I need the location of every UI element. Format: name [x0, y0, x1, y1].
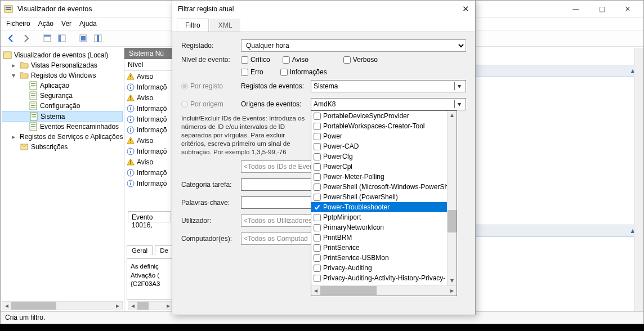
menu-acao[interactable]: Ação [38, 20, 53, 28]
event-row[interactable]: Informaçõ [124, 124, 175, 135]
tab-filtro[interactable]: Filtro [177, 19, 209, 32]
svg-rect-58 [130, 171, 131, 172]
actions-vertical-scrollbar[interactable] [634, 48, 643, 311]
dropdown-option[interactable]: PowerShell (PowerShell) [311, 192, 457, 202]
dropdown-option[interactable]: Privacy-Auditing-Activity-History-Privac… [311, 273, 457, 283]
event-row[interactable]: Informaçõ [124, 167, 175, 178]
svg-rect-17 [31, 93, 35, 94]
mid-horizontal-scrollbar[interactable]: ◂▸ [128, 301, 173, 310]
option-checkbox[interactable] [314, 173, 321, 181]
tree-item[interactable]: Eventos Reencaminhados [2, 122, 123, 132]
minimize-button[interactable]: — [564, 1, 588, 17]
tree-item[interactable]: ▸Registos de Serviços e Aplicações [2, 132, 123, 142]
toolbar-icon-3[interactable] [77, 32, 90, 44]
option-checkbox[interactable] [314, 184, 321, 191]
dialog-close-button[interactable]: ✕ [447, 4, 469, 14]
tree-item[interactable]: Sistema [2, 111, 123, 122]
event-sources-combo[interactable]: AmdK8▾ [311, 98, 466, 110]
task-category-combo[interactable] [241, 178, 314, 191]
menu-ajuda[interactable]: Ajuda [79, 20, 97, 28]
close-button[interactable]: ✕ [615, 1, 640, 17]
dropdown-option[interactable]: PrimaryNetworkIcon [311, 222, 457, 232]
option-checkbox[interactable] [314, 194, 321, 201]
event-row[interactable]: Aviso [124, 135, 175, 146]
event-logs-combo[interactable]: Sistema▾ [311, 80, 466, 92]
dropdown-option[interactable]: Privacy-Auditing [311, 263, 457, 273]
forward-button[interactable] [20, 32, 32, 44]
option-checkbox[interactable] [314, 214, 321, 221]
check-erro[interactable]: Erro [241, 68, 263, 76]
option-checkbox[interactable] [314, 163, 321, 171]
toolbar-icon-4[interactable] [92, 32, 104, 44]
menu-ver[interactable]: Ver [61, 20, 71, 28]
check-info[interactable]: Informações [280, 68, 327, 76]
dropdown-option[interactable]: Power-CAD [311, 141, 457, 151]
radio-por-origem[interactable]: Por origem [181, 100, 241, 108]
event-row[interactable]: Aviso [124, 156, 175, 167]
option-checkbox[interactable] [314, 275, 321, 282]
tab-xml[interactable]: XML [210, 19, 241, 32]
tree-item[interactable]: Segurança [2, 91, 123, 101]
computer-input[interactable] [241, 232, 314, 245]
tree-horizontal-scrollbar[interactable]: ◂▸ [2, 301, 123, 310]
event-row[interactable]: Informaçõ [124, 114, 175, 124]
dropdown-option[interactable]: PrintBRM [311, 232, 457, 243]
dropdown-option[interactable]: PortableWorkspaces-Creator-Tool [311, 121, 457, 131]
back-button[interactable] [5, 32, 17, 44]
dropdown-option[interactable]: Power-Meter-Polling [311, 172, 457, 182]
option-checkbox[interactable] [314, 123, 321, 130]
dropdown-option[interactable]: Power-Troubleshooter [311, 202, 457, 212]
event-row[interactable]: Informaçõ [124, 146, 175, 156]
tab-geral[interactable]: Geral [127, 245, 153, 255]
menu-ficheiro[interactable]: Ficheiro [6, 20, 30, 28]
tree-item[interactable]: Subscrições [2, 142, 123, 152]
registado-select[interactable]: Qualquer hora [241, 39, 466, 52]
dropdown-option[interactable]: PortableDeviceSyncProvider [311, 111, 457, 121]
option-checkbox[interactable] [314, 244, 321, 252]
svg-rect-60 [130, 183, 131, 185]
user-input[interactable] [241, 214, 314, 227]
dropdown-option[interactable]: PowerCfg [311, 151, 457, 162]
dropdown-vertical-scrollbar[interactable]: ▴▾ [447, 111, 457, 285]
event-detail-tabs: Geral De [127, 245, 175, 255]
option-checkbox[interactable] [314, 224, 321, 231]
option-checkbox[interactable] [314, 113, 321, 120]
event-row[interactable]: Informaçõ [124, 103, 175, 114]
event-row[interactable]: Informaçõ [124, 82, 175, 92]
dropdown-option[interactable]: PptpMiniport [311, 212, 457, 222]
tree-item[interactable]: Aplicação [2, 80, 123, 91]
dropdown-option[interactable]: PowerCpl [311, 162, 457, 172]
toolbar-icon-2[interactable] [56, 32, 68, 44]
tree-item[interactable]: ▾Registos do Windows [2, 70, 123, 80]
maximize-button[interactable]: ▢ [589, 1, 614, 17]
event-row[interactable]: Informaçõ [124, 178, 175, 189]
column-header-nivel[interactable]: Nível [124, 59, 175, 71]
option-checkbox[interactable] [314, 133, 321, 140]
check-aviso[interactable]: Aviso [283, 56, 308, 64]
dropdown-option[interactable]: PowerShell (Microsoft-Windows-PowerShe [311, 182, 457, 192]
dropdown-option[interactable]: PrintService-USBMon [311, 253, 457, 263]
option-checkbox[interactable] [314, 143, 321, 150]
option-checkbox[interactable] [314, 265, 321, 272]
dropdown-option[interactable]: Power [311, 131, 457, 141]
option-checkbox[interactable] [314, 234, 321, 241]
tree-item[interactable]: ▸Vistas Personalizadas [2, 60, 123, 70]
keywords-combo[interactable] [241, 196, 314, 209]
toolbar-icon-1[interactable] [41, 32, 53, 44]
option-checkbox[interactable] [314, 254, 321, 262]
svg-rect-38 [130, 96, 131, 99]
dropdown-option[interactable]: PrintService [311, 243, 457, 253]
event-row[interactable]: Aviso [124, 71, 175, 82]
tree-item[interactable]: Configuração [2, 101, 123, 111]
svg-rect-14 [31, 85, 35, 86]
option-checkbox[interactable] [314, 204, 321, 211]
radio-por-registo[interactable]: Por registo [181, 82, 241, 90]
check-critico[interactable]: Crítico [241, 56, 270, 64]
tab-detalhes[interactable]: De [155, 245, 173, 255]
event-ids-input[interactable] [241, 160, 314, 173]
dropdown-horizontal-scrollbar[interactable]: ◂▸ [311, 285, 457, 295]
tree-root[interactable]: Visualizador de eventos (Local) [2, 50, 123, 60]
check-verboso[interactable]: Verboso [343, 56, 378, 64]
event-row[interactable]: Aviso [124, 92, 175, 103]
option-checkbox[interactable] [314, 153, 321, 160]
